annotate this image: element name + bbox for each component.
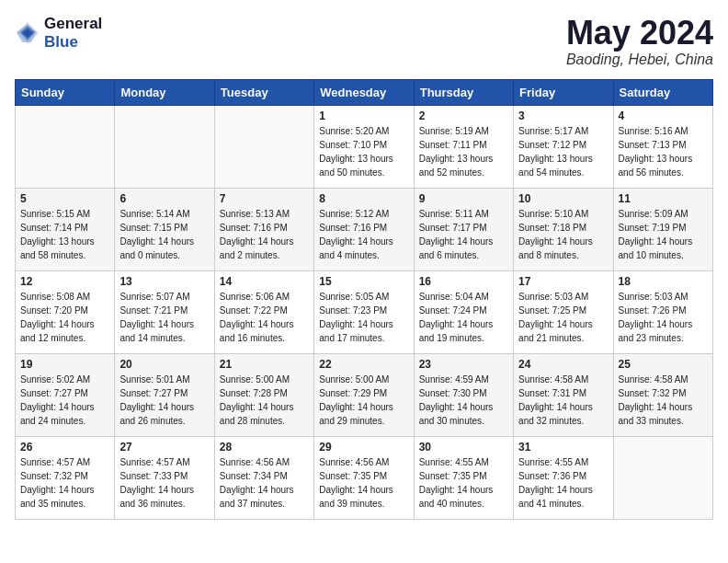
day-number: 1: [319, 109, 408, 122]
day-cell: 27Sunrise: 4:57 AMSunset: 7:33 PMDayligh…: [115, 436, 214, 519]
day-number: 14: [220, 275, 309, 288]
day-cell: 17Sunrise: 5:03 AMSunset: 7:25 PMDayligh…: [514, 270, 613, 353]
day-info: Sunrise: 5:01 AMSunset: 7:27 PMDaylight:…: [119, 373, 209, 428]
day-number: 12: [20, 275, 109, 288]
day-cell: 6Sunrise: 5:14 AMSunset: 7:15 PMDaylight…: [115, 188, 214, 270]
header-saturday: Saturday: [613, 79, 712, 105]
day-number: 4: [619, 109, 708, 122]
day-info: Sunrise: 5:09 AMSunset: 7:19 PMDaylight:…: [619, 207, 708, 262]
day-info: Sunrise: 5:00 AMSunset: 7:28 PMDaylight:…: [220, 373, 309, 428]
day-cell: 18Sunrise: 5:03 AMSunset: 7:26 PMDayligh…: [613, 270, 712, 353]
day-info: Sunrise: 5:17 AMSunset: 7:12 PMDaylight:…: [518, 124, 608, 179]
day-info: Sunrise: 5:20 AMSunset: 7:10 PMDaylight:…: [319, 124, 408, 179]
day-cell: 2Sunrise: 5:19 AMSunset: 7:11 PMDaylight…: [414, 105, 513, 188]
day-info: Sunrise: 5:08 AMSunset: 7:20 PMDaylight:…: [20, 290, 109, 345]
day-number: 31: [518, 441, 608, 454]
calendar-location: Baoding, Hebei, China: [566, 52, 713, 68]
day-number: 15: [319, 275, 408, 288]
day-number: 7: [220, 192, 309, 205]
day-info: Sunrise: 4:59 AMSunset: 7:30 PMDaylight:…: [419, 373, 508, 428]
day-info: Sunrise: 5:02 AMSunset: 7:27 PMDaylight:…: [20, 373, 109, 428]
day-info: Sunrise: 5:03 AMSunset: 7:26 PMDaylight:…: [619, 290, 708, 345]
day-number: 9: [419, 192, 508, 205]
day-number: 21: [220, 358, 309, 371]
day-info: Sunrise: 4:58 AMSunset: 7:31 PMDaylight:…: [518, 373, 608, 428]
day-number: 24: [518, 358, 608, 371]
day-cell: 15Sunrise: 5:05 AMSunset: 7:23 PMDayligh…: [314, 270, 414, 353]
day-number: 27: [119, 441, 209, 454]
day-info: Sunrise: 4:55 AMSunset: 7:35 PMDaylight:…: [419, 455, 508, 511]
header-row: SundayMondayTuesdayWednesdayThursdayFrid…: [16, 79, 713, 105]
day-info: Sunrise: 5:03 AMSunset: 7:25 PMDaylight:…: [518, 290, 608, 345]
day-info: Sunrise: 4:56 AMSunset: 7:34 PMDaylight:…: [220, 455, 309, 511]
day-info: Sunrise: 5:06 AMSunset: 7:22 PMDaylight:…: [220, 290, 309, 345]
logo: General Blue: [15, 15, 102, 51]
day-cell: 21Sunrise: 5:00 AMSunset: 7:28 PMDayligh…: [214, 353, 313, 436]
day-cell: 10Sunrise: 5:10 AMSunset: 7:18 PMDayligh…: [514, 188, 613, 270]
day-cell: 20Sunrise: 5:01 AMSunset: 7:27 PMDayligh…: [115, 353, 214, 436]
day-info: Sunrise: 5:14 AMSunset: 7:15 PMDaylight:…: [119, 207, 209, 262]
day-cell: 7Sunrise: 5:13 AMSunset: 7:16 PMDaylight…: [214, 188, 313, 270]
header-sunday: Sunday: [16, 79, 115, 105]
week-row-5: 26Sunrise: 4:57 AMSunset: 7:32 PMDayligh…: [16, 436, 713, 519]
day-cell: 24Sunrise: 4:58 AMSunset: 7:31 PMDayligh…: [514, 353, 613, 436]
day-cell: 5Sunrise: 5:15 AMSunset: 7:14 PMDaylight…: [16, 188, 115, 270]
day-cell: 22Sunrise: 5:00 AMSunset: 7:29 PMDayligh…: [314, 353, 414, 436]
day-number: 8: [319, 192, 408, 205]
logo-text: General Blue: [44, 15, 102, 51]
day-cell: 26Sunrise: 4:57 AMSunset: 7:32 PMDayligh…: [16, 436, 115, 519]
logo-general: General: [44, 15, 102, 33]
day-info: Sunrise: 4:58 AMSunset: 7:32 PMDaylight:…: [619, 373, 708, 428]
calendar-header: SundayMondayTuesdayWednesdayThursdayFrid…: [16, 79, 713, 105]
day-info: Sunrise: 4:56 AMSunset: 7:35 PMDaylight:…: [319, 455, 408, 511]
day-number: 25: [619, 358, 708, 371]
day-number: 20: [119, 358, 209, 371]
page-header: General Blue May 2024 Baoding, Hebei, Ch…: [15, 15, 713, 68]
day-number: 30: [419, 441, 508, 454]
day-cell: 31Sunrise: 4:55 AMSunset: 7:36 PMDayligh…: [514, 436, 613, 519]
day-info: Sunrise: 4:57 AMSunset: 7:32 PMDaylight:…: [20, 455, 109, 511]
day-number: 19: [20, 358, 109, 371]
day-cell: 4Sunrise: 5:16 AMSunset: 7:13 PMDaylight…: [613, 105, 712, 188]
day-cell: 16Sunrise: 5:04 AMSunset: 7:24 PMDayligh…: [414, 270, 513, 353]
day-info: Sunrise: 5:11 AMSunset: 7:17 PMDaylight:…: [419, 207, 508, 262]
calendar-title: May 2024: [566, 15, 713, 52]
day-cell: [613, 436, 712, 519]
day-cell: 13Sunrise: 5:07 AMSunset: 7:21 PMDayligh…: [115, 270, 214, 353]
day-number: 23: [419, 358, 508, 371]
day-number: 2: [419, 109, 508, 122]
day-cell: [214, 105, 313, 188]
week-row-1: 1Sunrise: 5:20 AMSunset: 7:10 PMDaylight…: [16, 105, 713, 188]
day-info: Sunrise: 5:04 AMSunset: 7:24 PMDaylight:…: [419, 290, 508, 345]
day-cell: [115, 105, 214, 188]
day-info: Sunrise: 5:13 AMSunset: 7:16 PMDaylight:…: [220, 207, 309, 262]
day-info: Sunrise: 5:10 AMSunset: 7:18 PMDaylight:…: [518, 207, 608, 262]
day-info: Sunrise: 5:12 AMSunset: 7:16 PMDaylight:…: [319, 207, 408, 262]
logo-blue: Blue: [44, 33, 102, 52]
day-info: Sunrise: 5:00 AMSunset: 7:29 PMDaylight:…: [319, 373, 408, 428]
day-info: Sunrise: 5:16 AMSunset: 7:13 PMDaylight:…: [619, 124, 708, 179]
header-thursday: Thursday: [414, 79, 513, 105]
day-number: 13: [119, 275, 209, 288]
title-block: May 2024 Baoding, Hebei, China: [566, 15, 713, 68]
header-friday: Friday: [514, 79, 613, 105]
header-tuesday: Tuesday: [214, 79, 313, 105]
week-row-3: 12Sunrise: 5:08 AMSunset: 7:20 PMDayligh…: [16, 270, 713, 353]
day-info: Sunrise: 5:19 AMSunset: 7:11 PMDaylight:…: [419, 124, 508, 179]
day-info: Sunrise: 5:15 AMSunset: 7:14 PMDaylight:…: [20, 207, 109, 262]
day-cell: 14Sunrise: 5:06 AMSunset: 7:22 PMDayligh…: [214, 270, 313, 353]
week-row-2: 5Sunrise: 5:15 AMSunset: 7:14 PMDaylight…: [16, 188, 713, 270]
day-cell: 3Sunrise: 5:17 AMSunset: 7:12 PMDaylight…: [514, 105, 613, 188]
day-number: 16: [419, 275, 508, 288]
day-cell: 30Sunrise: 4:55 AMSunset: 7:35 PMDayligh…: [414, 436, 513, 519]
day-cell: 8Sunrise: 5:12 AMSunset: 7:16 PMDaylight…: [314, 188, 414, 270]
week-row-4: 19Sunrise: 5:02 AMSunset: 7:27 PMDayligh…: [16, 353, 713, 436]
day-number: 3: [518, 109, 608, 122]
day-cell: 28Sunrise: 4:56 AMSunset: 7:34 PMDayligh…: [214, 436, 313, 519]
day-number: 28: [220, 441, 309, 454]
day-cell: 9Sunrise: 5:11 AMSunset: 7:17 PMDaylight…: [414, 188, 513, 270]
day-info: Sunrise: 5:05 AMSunset: 7:23 PMDaylight:…: [319, 290, 408, 345]
day-number: 6: [119, 192, 209, 205]
day-number: 22: [319, 358, 408, 371]
day-info: Sunrise: 4:57 AMSunset: 7:33 PMDaylight:…: [119, 455, 209, 511]
